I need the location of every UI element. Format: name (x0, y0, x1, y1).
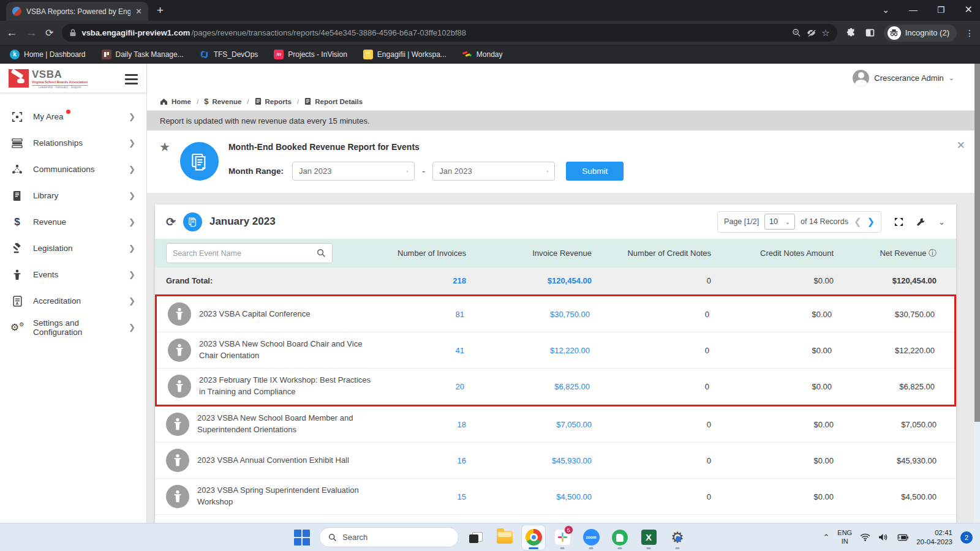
next-page-icon[interactable]: ❯ (867, 216, 875, 227)
bookmark-tfs-devops[interactable]: TFS_DevOps (200, 50, 258, 59)
new-tab-button[interactable]: + (157, 4, 164, 17)
breadcrumb-home[interactable]: Home (160, 98, 191, 105)
month-to-input[interactable] (439, 167, 547, 176)
col-number-of-credit-notes[interactable]: Number of Credit Notes (600, 249, 720, 258)
table-row[interactable]: 2023 VSBA Capital Conference 81 $30,750.… (157, 296, 954, 332)
incognito-badge[interactable]: Incognito (2) (884, 24, 957, 42)
settings-button[interactable]: ⚙ (666, 525, 689, 550)
back-icon[interactable]: ← (6, 26, 17, 39)
zoom-button[interactable]: zoom (579, 525, 603, 550)
sidebar-item-library[interactable]: Library ❯ (0, 182, 146, 209)
chrome-button[interactable] (522, 525, 545, 550)
bookmark-star-icon[interactable]: ☆ (821, 28, 829, 39)
vsba-logo[interactable]: VSBA Virginia School Boards Association … (9, 69, 88, 89)
excel-button[interactable]: X (637, 525, 660, 550)
event-search-box[interactable] (166, 243, 333, 263)
browser-menu-icon[interactable]: ⋮ (965, 32, 974, 34)
slack-button[interactable]: 5 (551, 525, 574, 550)
browser-tab[interactable]: VSBA Reports: Powered by Engag ✕ (6, 2, 148, 21)
favorite-star-icon[interactable]: ★ (159, 140, 170, 181)
bookmark-daily-task[interactable]: Daily Task Manage... (102, 50, 184, 59)
calendar-icon[interactable] (547, 167, 548, 176)
address-bar[interactable]: vsba.engagifii-preview1.com/pages/revenu… (62, 24, 837, 42)
window-close-button[interactable]: ✕ (965, 4, 973, 15)
sidebar-item-accreditation[interactable]: A Accreditation ❯ (0, 288, 146, 314)
refresh-icon[interactable]: ⟳ (166, 215, 176, 229)
file-explorer-button[interactable] (493, 525, 516, 550)
col-number-of-invoices[interactable]: Number of Invoices (380, 249, 475, 258)
zoom-page-icon[interactable] (792, 28, 801, 37)
event-name[interactable]: 2023 VSBA Spring Superintendent Evaluati… (197, 485, 380, 508)
sidebar-item-my-area[interactable]: My Area ❯ (0, 103, 146, 130)
calendar-icon[interactable] (407, 167, 408, 176)
event-search-input[interactable] (173, 249, 317, 258)
cell-invoices[interactable]: 18 (380, 420, 475, 429)
tab-close-icon[interactable]: ✕ (135, 7, 142, 16)
battery-icon[interactable] (896, 534, 908, 541)
user-name[interactable]: Crescerance Admin (874, 73, 943, 83)
bookmark-home-dashboard[interactable]: k Home | Dashboard (10, 50, 86, 59)
language-indicator[interactable]: ENGIN (837, 529, 852, 546)
bookmark-monday[interactable]: Monday (462, 50, 503, 59)
event-name[interactable]: 2023 VSBA New School Board Chair and Vic… (199, 339, 378, 362)
event-name[interactable]: 2023 February Title IX Workshop: Best Pr… (199, 375, 378, 398)
tray-expand-icon[interactable]: ⌃ (823, 533, 829, 542)
start-button[interactable] (290, 525, 314, 550)
event-name[interactable]: 2023 VSBA Capital Conference (199, 309, 310, 320)
table-row[interactable]: 2023 VSBA Annual Convention Exhibit Hall… (155, 443, 956, 479)
scrollbar-thumb[interactable] (974, 64, 980, 422)
event-name[interactable]: 2023 VSBA New School Board Member and Su… (197, 413, 380, 436)
breadcrumb-revenue[interactable]: $ Revenue (204, 97, 241, 106)
expand-table-icon[interactable] (894, 217, 903, 227)
clock[interactable]: 02:4120-04-2023 (916, 528, 952, 547)
panel-close-icon[interactable]: ✕ (957, 139, 965, 152)
sidebar-item-revenue[interactable]: $ Revenue ❯ (0, 209, 146, 235)
tools-wrench-icon[interactable] (916, 217, 925, 227)
cell-revenue[interactable]: $7,050.00 (475, 420, 600, 429)
month-to-field[interactable] (432, 162, 555, 181)
user-avatar[interactable] (853, 70, 869, 86)
cell-revenue[interactable]: $45,930.00 (475, 456, 600, 465)
extensions-puzzle-icon[interactable] (846, 28, 856, 38)
sidebar-item-relationships[interactable]: Relationships ❯ (0, 130, 146, 156)
cell-invoices[interactable]: 16 (380, 456, 475, 465)
cell-invoices[interactable]: 15 (380, 492, 475, 501)
cell-revenue[interactable]: $12,220.00 (473, 346, 598, 355)
col-net-revenue[interactable]: Net Revenue ⓘ (842, 248, 945, 259)
forward-icon[interactable]: → (26, 26, 37, 39)
task-view-button[interactable] (464, 525, 488, 550)
table-row[interactable]: 2023 VSBA New School Board Member and Su… (155, 407, 956, 443)
breadcrumb-reports[interactable]: Reports (255, 97, 292, 105)
cell-revenue[interactable]: $30,750.00 (473, 310, 598, 319)
bookmark-engagifii[interactable]: Engagifii | Workspa... (363, 50, 447, 59)
collapse-card-icon[interactable]: ⌄ (938, 217, 945, 227)
evernote-button[interactable] (608, 525, 631, 550)
cell-invoices[interactable]: 20 (378, 382, 473, 391)
notification-count-badge[interactable]: 2 (960, 531, 973, 544)
table-row[interactable]: 2023 VSBA Spring Superintendent Evaluati… (155, 479, 956, 515)
month-from-input[interactable] (299, 167, 407, 176)
col-credit-notes-amount[interactable]: Credit Notes Amount (720, 249, 842, 258)
hamburger-menu-icon[interactable] (125, 74, 138, 84)
cell-invoices[interactable]: 81 (378, 310, 473, 319)
breadcrumb-report-details[interactable]: Report Details (304, 97, 363, 105)
prev-page-icon[interactable]: ❮ (854, 216, 862, 227)
side-panel-icon[interactable] (865, 28, 875, 38)
sidebar-item-settings[interactable]: ⚙⚙ Settings and Configuration ❯ (0, 314, 146, 340)
cell-revenue[interactable]: $4,500.00 (475, 492, 600, 501)
sidebar-item-legislation[interactable]: Legislation ❯ (0, 235, 146, 261)
submit-button[interactable]: Submit (566, 162, 624, 181)
gt-invoices[interactable]: 218 (380, 276, 475, 285)
month-from-field[interactable] (292, 162, 415, 181)
eye-off-icon[interactable] (806, 28, 816, 37)
page-scrollbar[interactable] (974, 64, 980, 523)
info-icon[interactable]: ⓘ (929, 249, 937, 258)
volume-icon[interactable] (878, 533, 888, 541)
table-row[interactable]: 2023 February Title IX Workshop: Best Pr… (157, 369, 954, 405)
event-name[interactable]: 2023 VSBA Annual Convention Exhibit Hall (197, 455, 349, 467)
window-minimize-button[interactable]: — (909, 5, 918, 15)
col-invoice-revenue[interactable]: Invoice Revenue (475, 249, 600, 258)
user-menu-chevron-icon[interactable]: ⌄ (949, 74, 954, 82)
page-size-select[interactable]: 10 ⌄ (764, 214, 795, 230)
sidebar-item-events[interactable]: Events ❯ (0, 261, 146, 288)
